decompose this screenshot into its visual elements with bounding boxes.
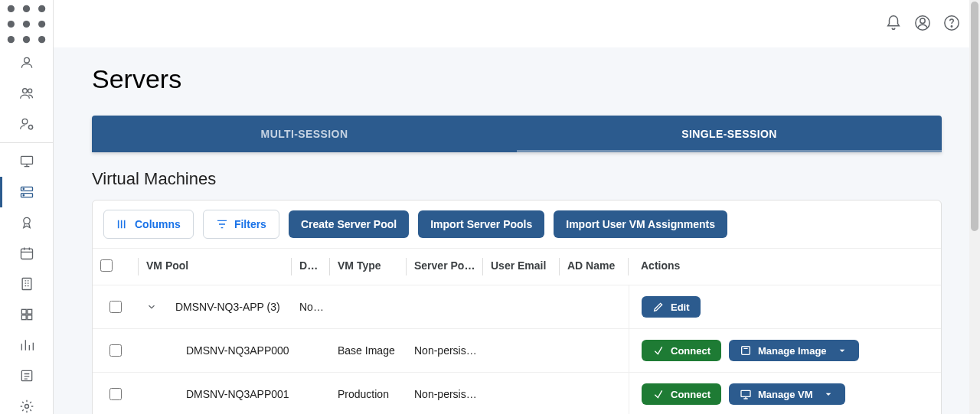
svg-point-1 [23,5,30,11]
sidebar-item-user-settings[interactable] [0,109,53,139]
svg-point-17 [23,188,24,189]
manage-vm-button[interactable]: Manage VM [729,383,845,405]
svg-point-5 [38,20,45,27]
manage-vm-label: Manage VM [758,389,813,400]
svg-rect-14 [21,156,32,164]
connect-label: Connect [671,345,710,357]
svg-rect-32 [742,347,750,355]
sidebar-item-servers[interactable] [0,177,53,207]
col-actions: Actions [629,248,941,285]
cell-vm-type: Base Image [330,329,407,373]
cell-server-pool: Non-persis… [407,373,483,414]
manage-image-label: Manage Image [758,345,827,357]
svg-point-11 [28,89,31,93]
svg-point-31 [951,25,952,26]
sidebar-item-users[interactable] [0,78,53,109]
row-checkbox[interactable] [109,344,122,357]
tab-multi-session[interactable]: MULTI-SESSION [92,116,517,152]
row-checkbox[interactable] [109,388,122,400]
svg-rect-20 [21,249,32,259]
vm-table: Columns Filters Create Server Pool Impor… [92,200,942,414]
col-user-email[interactable]: User Email [483,248,560,285]
manage-image-button[interactable]: Manage Image [729,340,859,361]
vertical-scrollbar[interactable] [969,0,980,414]
col-ad-name[interactable]: AD Name [560,248,629,285]
svg-point-19 [23,217,29,223]
sidebar-item-analytics[interactable] [0,330,53,360]
col-description[interactable]: Des… [292,248,330,285]
cell-description: No… [292,285,330,329]
svg-point-10 [22,89,27,93]
svg-point-0 [8,5,15,11]
connect-label: Connect [671,389,710,400]
select-all-checkbox[interactable] [100,259,113,272]
col-vm-pool[interactable]: VM Pool [139,248,292,285]
columns-button[interactable]: Columns [103,210,194,239]
svg-rect-22 [21,309,26,314]
cell-server-pool: Non-persis… [407,329,483,373]
sidebar-item-grid4[interactable] [0,299,53,330]
edit-button[interactable]: Edit [642,296,701,318]
sidebar [0,0,54,414]
svg-rect-21 [22,279,31,290]
col-server-pool[interactable]: Server Pool … [407,248,483,285]
chevron-down-icon [836,344,848,357]
scrollbar-thumb[interactable] [971,2,978,231]
edit-label: Edit [671,302,690,313]
help-icon[interactable] [943,15,960,34]
svg-rect-24 [21,315,26,320]
sidebar-item-building[interactable] [0,269,53,299]
svg-point-4 [23,20,30,27]
svg-point-7 [23,36,30,43]
svg-point-29 [920,18,925,23]
svg-point-3 [8,20,15,27]
sidebar-item-monitor[interactable] [0,146,53,177]
svg-rect-33 [741,390,750,396]
svg-point-18 [23,195,24,196]
svg-rect-25 [27,315,31,320]
connect-button[interactable]: Connect [642,340,721,361]
topbar [54,0,980,47]
cell-vm-type: Production [330,373,407,414]
import-server-pools-button[interactable]: Import Server Pools [418,210,544,238]
expand-toggle[interactable] [146,302,157,312]
svg-point-27 [24,405,28,409]
col-vm-type[interactable]: VM Type [330,248,407,285]
svg-point-2 [38,5,45,11]
section-title: Virtual Machines [92,169,942,189]
header-checkbox-cell [93,248,139,285]
sidebar-item-settings[interactable] [0,391,53,414]
svg-point-8 [38,36,45,43]
import-user-vm-assignments-button[interactable]: Import User VM Assignments [554,210,727,238]
bell-icon[interactable] [885,15,902,34]
svg-point-9 [24,57,29,63]
vm-pool-name: DMSNV-NQ3-APP (3) [175,301,280,313]
vm-pool-name: DMSNV-NQ3APP001 [139,373,292,414]
filters-button[interactable]: Filters [203,210,279,239]
vm-pool-name: DMSNV-NQ3APP000 [139,329,292,373]
connect-button[interactable]: Connect [642,383,721,405]
create-server-pool-button[interactable]: Create Server Pool [289,210,409,238]
svg-point-12 [22,119,28,124]
svg-point-6 [8,36,15,43]
sidebar-item-user[interactable] [0,47,53,78]
sidebar-item-award[interactable] [0,207,53,238]
page-title: Servers [92,64,942,94]
sidebar-item-calendar[interactable] [0,238,53,269]
sidebar-item-list[interactable] [0,360,53,391]
apps-grid-icon[interactable] [0,0,53,47]
chevron-down-icon [822,388,835,400]
account-icon[interactable] [914,15,931,34]
columns-label: Columns [135,218,181,230]
tab-single-session[interactable]: SINGLE-SESSION [517,116,942,152]
row-checkbox[interactable] [109,301,122,313]
filters-label: Filters [234,218,266,230]
tabs: MULTI-SESSION SINGLE-SESSION [92,116,942,152]
svg-rect-23 [27,309,31,314]
